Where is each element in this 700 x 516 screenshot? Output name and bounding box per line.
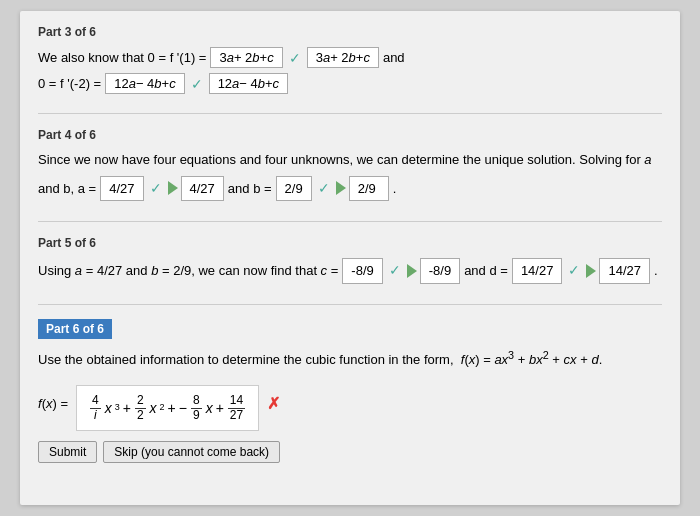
part4-b-arrow-box: 2/9 [336,176,389,202]
part3-line2: 0 = f '(-2) = 12a − 4b + c ✓ 12a − 4b + … [38,73,662,94]
part4-a-check: ✓ [150,178,162,199]
part5-intro: Using a = 4/27 and b = 2/9, we can now f… [38,261,338,281]
part4-and-b-text: and b, a = [38,179,96,199]
frac-4-1: 4 i [90,394,101,421]
part5-c-input[interactable]: -8/9 [420,258,460,284]
part3-title: Part 3 of 6 [38,25,662,39]
part5-d-answer: 14/27 [512,258,563,284]
part4-a-answer: 4/27 [100,176,143,202]
part5-row: Using a = 4/27 and b = 2/9, we can now f… [38,258,662,284]
part4-b-answer: 2/9 [276,176,312,202]
part3-line1-check: ✓ [289,50,301,66]
part3-line1-text: We also know that 0 = f '(1) = [38,50,206,65]
part3-line1: We also know that 0 = f '(1) = 3a + 2b +… [38,47,662,68]
part4-answer-row: and b, a = 4/27 ✓ 4/27 and b = 2/9 ✓ 2/9… [38,176,662,202]
part3-line2-answer-box: 12a − 4b + c [105,73,184,94]
part5-d-arrow-box: 14/27 [586,258,650,284]
part4-section: Part 4 of 6 Since we now have four equat… [38,128,662,222]
part3-line1-answer-box: 3a + 2b + c [210,47,282,68]
part5-title: Part 5 of 6 [38,236,662,250]
part3-line1-input-box[interactable]: 3a + 2b + c [307,47,379,68]
part4-period: . [393,179,397,199]
part5-d-label: and d = [464,261,508,281]
part5-period: . [654,261,658,281]
part4-title: Part 4 of 6 [38,128,662,142]
part3-line2-input-box[interactable]: 12a − 4b + c [209,73,288,94]
part3-section: Part 3 of 6 We also know that 0 = f '(1)… [38,25,662,114]
part6-intro-row: Use the obtained information to determin… [38,347,662,370]
frac-2-2: 2 2 [135,394,146,421]
submit-row: Submit Skip (you cannot come back) [38,441,662,463]
skip-button[interactable]: Skip (you cannot come back) [103,441,280,463]
frac-14-27: 14 27 [228,394,245,421]
part5-c-arrow-box: -8/9 [407,258,460,284]
formula-x-mark: ✗ [267,392,280,416]
and-text: and [383,50,405,65]
part5-c-check: ✓ [389,260,401,281]
part5-section: Part 5 of 6 Using a = 4/27 and b = 2/9, … [38,236,662,305]
part6-formula-box[interactable]: 4 i x3 + 2 2 x2 + − 8 9 x + 14 [76,385,259,430]
part4-b-check: ✓ [318,178,330,199]
part6-title: Part 6 of 6 [38,319,112,339]
part5-c-arrow [407,264,417,278]
part4-b-input[interactable]: 2/9 [349,176,389,202]
part4-a-arrow-box: 4/27 [168,176,224,202]
plus3: + [216,398,224,419]
frac-8-9: 8 9 [191,394,202,421]
part3-line2-check: ✓ [191,76,203,92]
part5-d-input[interactable]: 14/27 [599,258,650,284]
part4-b-arrow [336,181,346,195]
main-page: Part 3 of 6 We also know that 0 = f '(1)… [20,11,680,505]
plus2: + [168,398,176,419]
part4-intro-text: Since we now have four equations and fou… [38,150,652,170]
part4-intro-row: Since we now have four equations and fou… [38,150,662,170]
submit-button[interactable]: Submit [38,441,97,463]
part4-and-b-label: and b = [228,179,272,199]
part3-line2-text: 0 = f '(-2) = [38,76,101,91]
part5-d-arrow [586,264,596,278]
part6-fx-label: f(x) = [38,394,68,414]
part4-a-arrow [168,181,178,195]
part6-section: Part 6 of 6 Use the obtained information… [38,319,662,477]
part6-intro-text: Use the obtained information to determin… [38,347,602,370]
part5-d-check: ✓ [568,260,580,281]
part6-formula-row: f(x) = 4 i x3 + 2 2 x2 + − 8 9 [38,377,662,430]
part5-c-answer: -8/9 [342,258,382,284]
neg-sign: − [179,398,187,419]
part4-a-input[interactable]: 4/27 [181,176,224,202]
plus1: + [123,398,131,419]
